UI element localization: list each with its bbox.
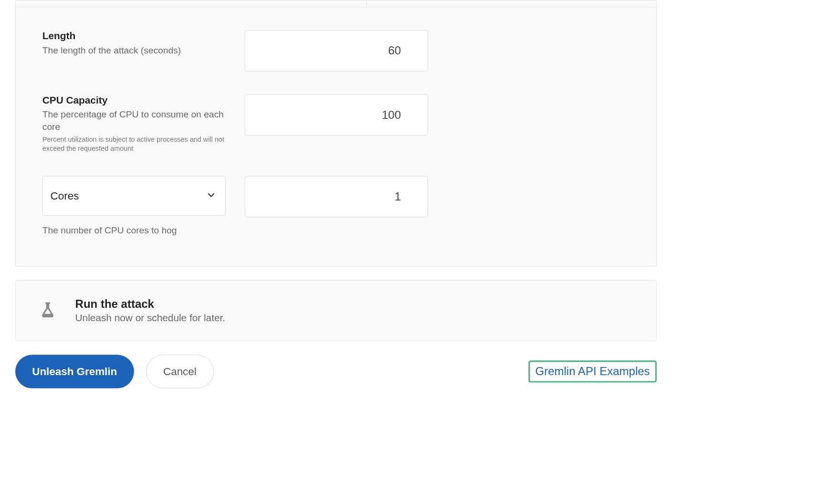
cores-row: Cores The number of CPU cores to hog <box>42 176 630 236</box>
cores-select[interactable]: Cores <box>42 176 226 216</box>
cpu-note: Percent utilization is subject to active… <box>42 135 230 153</box>
cores-desc: The number of CPU cores to hog <box>42 225 226 236</box>
cores-value-input[interactable] <box>245 176 428 217</box>
length-title: Length <box>42 30 230 42</box>
run-desc: Unleash now or schedule for later. <box>75 312 226 324</box>
length-input[interactable] <box>245 30 428 71</box>
length-row: Length The length of the attack (seconds… <box>42 30 630 71</box>
card-body: Length The length of the attack (seconds… <box>16 7 656 266</box>
unleash-gremlin-button[interactable]: Unleash Gremlin <box>15 355 134 388</box>
gremlin-api-examples-link[interactable]: Gremlin API Examples <box>536 365 650 378</box>
length-desc: The length of the attack (seconds) <box>42 44 230 57</box>
cancel-button[interactable]: Cancel <box>146 355 214 388</box>
run-attack-card: Run the attack Unleash now or schedule f… <box>15 281 657 341</box>
cores-select-wrap: Cores <box>42 176 226 216</box>
cpu-capacity-row: CPU Capacity The percentage of CPU to co… <box>42 94 630 154</box>
cpu-capacity-input[interactable] <box>245 94 428 136</box>
footer-actions: Unleash Gremlin Cancel Gremlin API Examp… <box>0 355 672 388</box>
cores-select-label: Cores <box>51 190 79 202</box>
flask-icon <box>39 301 57 321</box>
card-header-split <box>16 0 656 7</box>
cpu-desc: The percentage of CPU to consume on each… <box>42 108 230 133</box>
run-title: Run the attack <box>75 298 226 311</box>
api-examples-highlight: Gremlin API Examples <box>528 361 657 383</box>
cpu-title: CPU Capacity <box>42 94 230 106</box>
attack-config-card: Length The length of the attack (seconds… <box>15 0 657 267</box>
